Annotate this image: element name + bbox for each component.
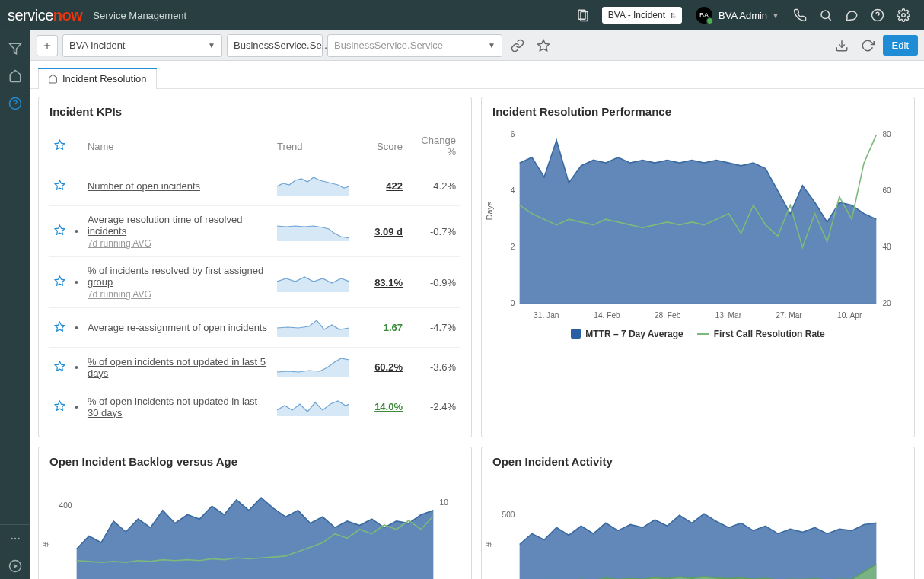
- svg-text:20: 20: [882, 299, 891, 307]
- edit-button[interactable]: Edit: [883, 35, 918, 56]
- star-icon[interactable]: [54, 402, 65, 414]
- kpi-score-link[interactable]: 3.09 d: [374, 226, 403, 237]
- rail-play-icon[interactable]: [0, 552, 30, 579]
- kpi-change: -0.9%: [407, 257, 460, 308]
- sparkline: [277, 395, 349, 416]
- user-name: BVA Admin: [718, 10, 767, 21]
- star-icon[interactable]: [54, 182, 65, 193]
- kpi-score-link[interactable]: 83.1%: [374, 277, 403, 288]
- star-header-icon[interactable]: [54, 142, 65, 153]
- kpi-sub-link[interactable]: 7d running AVG: [88, 238, 268, 249]
- svg-text:10. Apr: 10. Apr: [837, 311, 862, 320]
- svg-point-2: [821, 11, 830, 19]
- user-menu[interactable]: BA BVA Admin ▼: [696, 7, 779, 24]
- svg-marker-22: [55, 276, 65, 285]
- col-change: Change %: [407, 129, 460, 167]
- svg-point-12: [18, 537, 19, 539]
- sparkline: [277, 355, 349, 377]
- kpi-score-link[interactable]: 60.2%: [374, 361, 403, 373]
- y-axis-label: Days: [485, 202, 494, 221]
- svg-text:10: 10: [439, 498, 448, 507]
- chart-svg: 31. Jan14. Feb28. Feb13. Mar27. Mar10. A…: [49, 479, 460, 579]
- svg-marker-19: [55, 140, 65, 149]
- svg-text:0: 0: [511, 299, 515, 307]
- kpi-name-link[interactable]: % of incidents resolved by first assigne…: [88, 265, 263, 288]
- sparkline: [277, 316, 349, 337]
- svg-text:60: 60: [882, 186, 891, 195]
- kpi-name-link[interactable]: Average resolution time of resolved inci…: [88, 214, 243, 237]
- app-picker-icon[interactable]: [572, 5, 594, 26]
- add-button[interactable]: [37, 35, 58, 56]
- kpi-row: • % of open incidents not updated in las…: [49, 348, 460, 387]
- y-axis-label: #: [485, 542, 494, 546]
- svg-point-11: [14, 537, 16, 539]
- svg-marker-14: [14, 564, 18, 568]
- col-score: Score: [354, 129, 407, 167]
- kpi-score-link[interactable]: 14.0%: [374, 401, 403, 412]
- kpi-change: -3.6%: [407, 348, 460, 387]
- search-icon[interactable]: [815, 5, 836, 26]
- updown-icon: ⇅: [670, 11, 676, 20]
- kpi-row: • Average resolution time of resolved in…: [49, 206, 460, 257]
- kpi-sub-link[interactable]: 7d running AVG: [88, 289, 268, 300]
- svg-marker-21: [55, 225, 65, 234]
- kpi-score-link[interactable]: 422: [386, 180, 403, 192]
- kpi-score-link[interactable]: 1.67: [384, 322, 403, 333]
- kpi-change: -2.4%: [407, 387, 460, 427]
- refresh-icon[interactable]: [857, 35, 878, 56]
- kpi-name-link[interactable]: % of open incidents not updated in last …: [88, 396, 257, 418]
- star-icon[interactable]: [54, 278, 65, 289]
- left-nav-rail: [0, 30, 30, 579]
- card-incident-kpis: Incident KPIs Name: [38, 97, 472, 437]
- gear-icon[interactable]: [893, 5, 914, 26]
- chevron-down-icon: ▼: [488, 41, 495, 49]
- y-axis-label: #: [42, 542, 51, 546]
- col-name: Name: [83, 129, 272, 167]
- link-icon[interactable]: [507, 35, 528, 56]
- col-trend: Trend: [272, 129, 354, 167]
- tab-incident-resolution[interactable]: Incident Resolution: [38, 68, 157, 89]
- svg-text:27. Mar: 27. Mar: [776, 311, 802, 320]
- tab-label: Incident Resolution: [62, 73, 147, 84]
- favorite-icon[interactable]: [533, 35, 554, 56]
- star-icon[interactable]: [54, 323, 65, 335]
- phone-icon[interactable]: [789, 5, 811, 26]
- svg-text:4: 4: [511, 186, 515, 195]
- star-icon[interactable]: [54, 363, 65, 374]
- dashboard-select[interactable]: BVA Incident▼: [62, 34, 222, 57]
- kpi-row: • % of open incidents not updated in las…: [49, 387, 460, 427]
- svg-marker-24: [55, 361, 65, 371]
- rail-more-icon[interactable]: [0, 524, 30, 552]
- dashboard-toolbar: BVA Incident▼ BusinessService.Se...▼ Bus…: [30, 30, 924, 61]
- svg-text:31. Jan: 31. Jan: [534, 311, 559, 320]
- kpi-name-link[interactable]: Number of open incidents: [88, 180, 200, 192]
- svg-text:2: 2: [511, 243, 515, 251]
- svg-marker-17: [538, 40, 550, 50]
- kpi-row: Number of open incidents 422 4.2%: [49, 167, 460, 206]
- rail-home-icon[interactable]: [0, 62, 30, 90]
- svg-marker-7: [10, 43, 21, 54]
- star-icon[interactable]: [54, 227, 65, 238]
- kpi-name-link[interactable]: % of open incidents not updated in last …: [88, 356, 266, 379]
- rail-filter-icon[interactable]: [0, 35, 30, 62]
- download-icon[interactable]: [831, 35, 852, 56]
- sparkline: [277, 174, 349, 196]
- card-title: Incident KPIs: [39, 97, 471, 126]
- svg-marker-25: [55, 401, 65, 410]
- product-subtitle: Service Management: [93, 10, 186, 21]
- chat-icon[interactable]: [841, 5, 862, 26]
- breakdown-select-2[interactable]: BusinessService.Service▼: [327, 34, 502, 57]
- card-title: Open Incident Activity: [482, 447, 914, 476]
- rail-help-icon[interactable]: [0, 90, 30, 117]
- kpi-name-link[interactable]: Average re-assignment of open incidents: [88, 322, 267, 333]
- home-icon: [48, 74, 58, 84]
- svg-marker-20: [55, 180, 65, 189]
- breakdown-select-1[interactable]: BusinessService.Se...▼: [227, 34, 323, 57]
- tab-bar: Incident Resolution: [30, 61, 924, 89]
- scope-selector[interactable]: BVA - Incident ⇅: [602, 7, 682, 24]
- chart-svg: 31. Jan14. Feb28. Feb13. Mar27. Mar10. A…: [492, 479, 903, 579]
- svg-text:13. Mar: 13. Mar: [715, 311, 742, 320]
- sparkline: [277, 220, 349, 241]
- help-icon[interactable]: [867, 5, 888, 26]
- card-backlog-vs-age: Open Incident Backlog versus Age # 31. J…: [38, 447, 472, 579]
